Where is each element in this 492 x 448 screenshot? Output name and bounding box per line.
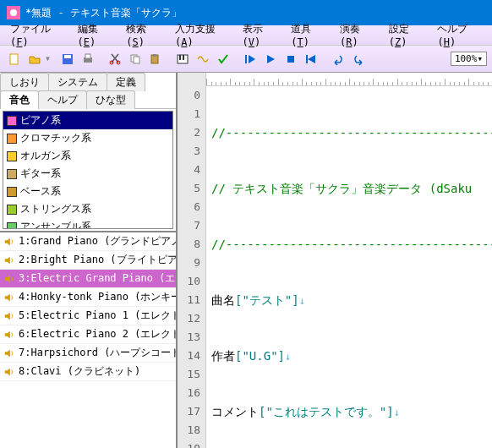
speaker-icon bbox=[3, 292, 15, 303]
folder-icon bbox=[7, 187, 17, 197]
open-button[interactable] bbox=[25, 50, 44, 68]
speaker-icon bbox=[3, 310, 15, 322]
instrument-list[interactable]: 1:Grand Piano (グランドピアノ)2:Bright Piano (ブ… bbox=[0, 231, 176, 448]
speaker-icon bbox=[3, 254, 15, 266]
zoom-select[interactable]: 100% ▾ bbox=[451, 52, 487, 66]
paste-button[interactable] bbox=[146, 50, 165, 68]
menu-search[interactable]: 検索(S) bbox=[119, 20, 168, 50]
svg-rect-5 bbox=[85, 54, 90, 58]
instrument-item[interactable]: 6:Electric Piano 2 (エレクトリッ bbox=[0, 325, 176, 344]
menu-file[interactable]: ファイル(F) bbox=[3, 20, 71, 50]
category-item[interactable]: クロマチック系 bbox=[3, 129, 172, 147]
menu-settings[interactable]: 設定(Z) bbox=[382, 20, 431, 50]
panel-tabs: しおり システム 定義 音色 ヘルプ ひな型 bbox=[0, 73, 176, 109]
undo-button[interactable] bbox=[329, 50, 347, 68]
play-start-button[interactable] bbox=[241, 50, 260, 68]
save-button[interactable] bbox=[58, 50, 77, 68]
svg-rect-13 bbox=[179, 55, 181, 60]
code-area[interactable]: //--------------------------------------… bbox=[206, 73, 492, 448]
folder-icon bbox=[7, 205, 17, 215]
svg-rect-14 bbox=[183, 55, 184, 60]
speaker-icon bbox=[3, 347, 15, 359]
cut-button[interactable] bbox=[106, 50, 124, 68]
svg-rect-15 bbox=[245, 55, 247, 63]
redo-button[interactable] bbox=[349, 50, 368, 68]
stop-button[interactable] bbox=[282, 50, 300, 68]
copy-button[interactable] bbox=[126, 50, 145, 68]
category-item[interactable]: ギター系 bbox=[3, 165, 172, 183]
play-button[interactable] bbox=[261, 50, 280, 68]
category-item[interactable]: オルガン系 bbox=[3, 147, 172, 165]
check-button[interactable] bbox=[214, 50, 232, 68]
menu-input[interactable]: 入力支援(A) bbox=[168, 20, 236, 50]
svg-rect-1 bbox=[10, 54, 18, 64]
svg-rect-9 bbox=[134, 57, 139, 63]
speaker-icon bbox=[3, 366, 15, 378]
new-button[interactable] bbox=[5, 50, 24, 68]
line-gutter: 012345678910111213141516171819 bbox=[178, 73, 206, 448]
speaker-icon bbox=[3, 236, 15, 248]
wave-button[interactable] bbox=[194, 50, 212, 68]
menu-tools[interactable]: 道具(T) bbox=[284, 20, 333, 50]
instrument-item[interactable]: 2:Bright Piano (ブライトピアノ bbox=[0, 251, 176, 270]
print-button[interactable] bbox=[79, 50, 97, 68]
tab-template[interactable]: ひな型 bbox=[86, 90, 135, 109]
folder-icon bbox=[7, 222, 17, 230]
piano-button[interactable] bbox=[173, 50, 192, 68]
folder-icon bbox=[7, 169, 17, 179]
speaker-icon bbox=[3, 273, 15, 285]
category-item[interactable]: アンサンブル系 bbox=[3, 218, 172, 229]
category-item[interactable]: ベース系 bbox=[3, 183, 172, 200]
tab-system[interactable]: システム bbox=[48, 73, 107, 91]
menu-play[interactable]: 演奏(R) bbox=[333, 20, 382, 50]
app-icon bbox=[7, 6, 20, 19]
tab-tone[interactable]: 音色 bbox=[0, 90, 39, 109]
folder-icon bbox=[7, 134, 17, 144]
instrument-item[interactable]: 4:Honky-tonk Piano (ホンキー bbox=[0, 288, 176, 307]
svg-rect-11 bbox=[153, 54, 156, 57]
menubar: ファイル(F) 編集(E) 検索(S) 入力支援(A) 表示(V) 道具(T) … bbox=[0, 25, 492, 46]
left-panel: しおり システム 定義 音色 ヘルプ ひな型 ピアノ系クロマチック系オルガン系ギ… bbox=[0, 73, 178, 448]
editor[interactable]: 012345678910111213141516171819 //-------… bbox=[178, 73, 492, 448]
instrument-item[interactable]: 7:Harpsichord (ハープシコード bbox=[0, 344, 176, 363]
tab-bookmark[interactable]: しおり bbox=[0, 73, 49, 91]
tab-help[interactable]: ヘルプ bbox=[38, 90, 87, 109]
menu-edit[interactable]: 編集(E) bbox=[71, 20, 120, 50]
folder-icon bbox=[7, 116, 17, 126]
svg-rect-3 bbox=[64, 55, 71, 58]
category-item[interactable]: ピアノ系 bbox=[3, 112, 172, 129]
ruler bbox=[206, 73, 492, 86]
instrument-item[interactable]: 5:Electric Piano 1 (エレクトリッ bbox=[0, 307, 176, 325]
folder-icon bbox=[7, 151, 17, 161]
svg-rect-16 bbox=[287, 56, 294, 63]
category-list[interactable]: ピアノ系クロマチック系オルガン系ギター系ベース系ストリングス系アンサンブル系 bbox=[3, 111, 173, 229]
tab-define[interactable]: 定義 bbox=[107, 73, 145, 91]
speaker-icon bbox=[3, 329, 15, 341]
instrument-item[interactable]: 3:Electric Grand Piano (エレク bbox=[0, 270, 176, 288]
menu-view[interactable]: 表示(V) bbox=[236, 20, 285, 50]
instrument-item[interactable]: 8:Clavi (クラビネット) bbox=[0, 363, 176, 381]
menu-help[interactable]: ヘルプ(H) bbox=[430, 20, 489, 50]
window-title: *無題 - テキスト音楽「サクラ」 bbox=[25, 6, 182, 20]
rewind-button[interactable] bbox=[302, 50, 320, 68]
category-item[interactable]: ストリングス系 bbox=[3, 200, 172, 218]
svg-point-0 bbox=[10, 9, 17, 16]
instrument-item[interactable]: 1:Grand Piano (グランドピアノ) bbox=[0, 232, 176, 251]
svg-rect-17 bbox=[306, 55, 308, 63]
